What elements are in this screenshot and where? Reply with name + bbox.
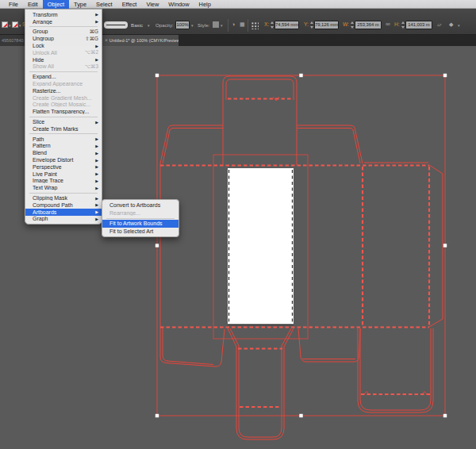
menu-item-rearrange: Rearrange... bbox=[102, 209, 178, 217]
menu-separator bbox=[106, 218, 175, 219]
menubar-item-type[interactable]: Type bbox=[69, 0, 91, 9]
menubar-item-edit[interactable]: Edit bbox=[23, 0, 43, 9]
x-field[interactable]: 74,594 mm bbox=[274, 21, 299, 29]
align-panel-icon[interactable]: ▦ bbox=[240, 21, 245, 28]
menu-item-lock[interactable]: Lock▶ bbox=[25, 42, 102, 49]
h-stepper[interactable] bbox=[401, 21, 405, 29]
stroke-line-preview bbox=[106, 25, 125, 26]
artboard-white-area[interactable] bbox=[228, 168, 294, 325]
stroke-color-swatch[interactable] bbox=[12, 21, 18, 28]
menu-item-expand-appearance: Expand Appearance bbox=[25, 80, 102, 87]
fill-caret-icon[interactable]: ▾ bbox=[9, 23, 11, 28]
menu-item-ungroup[interactable]: Ungroup⇧⌘G bbox=[25, 35, 102, 42]
dieline-fold-lines bbox=[160, 99, 430, 408]
submenu-arrow-icon: ▶ bbox=[95, 44, 98, 48]
illustrator-window: { "colors": { "accent_blue": "#2d6be0", … bbox=[0, 0, 476, 449]
w-stepper[interactable] bbox=[350, 21, 354, 29]
transform-options-caret-icon[interactable]: ▾ bbox=[458, 23, 460, 28]
menu-item-create-trim-marks[interactable]: Create Trim Marks bbox=[25, 125, 102, 132]
menu-separator bbox=[29, 117, 98, 117]
menu-item-show-all: Show All⌥⌘3 bbox=[25, 63, 102, 71]
none-stroke-icon bbox=[12, 21, 18, 28]
stroke-caret-icon[interactable]: ▾ bbox=[19, 23, 21, 28]
submenu-arrow-icon: ▶ bbox=[95, 136, 98, 141]
tab-label: Untitled-1* @ 100% (CMYK/Preview) bbox=[109, 38, 178, 43]
submenu-arrow-icon: ▶ bbox=[95, 217, 98, 221]
menu-item-compound-path[interactable]: Compound Path▶ bbox=[25, 201, 102, 209]
menu-separator bbox=[29, 26, 98, 27]
document-tab-active[interactable]: ×Untitled-1* @ 100% (CMYK/Preview) bbox=[102, 35, 178, 46]
object-menu: Transform▶ Arrange▶ Group⌘G Ungroup⇧⌘G L… bbox=[25, 9, 102, 224]
style-label: Style: bbox=[198, 22, 209, 28]
submenu-arrow-icon: ▶ bbox=[95, 19, 98, 24]
submenu-arrow-icon: ▶ bbox=[95, 144, 98, 148]
constrain-proportions-icon[interactable]: ∞ bbox=[386, 21, 390, 28]
menu-item-group[interactable]: Group⌘G bbox=[25, 29, 102, 36]
stroke-profile-name[interactable]: Basic bbox=[131, 22, 143, 28]
x-label: X: bbox=[264, 21, 269, 27]
menu-item-transform[interactable]: Transform▶ bbox=[25, 11, 102, 18]
menu-item-hide[interactable]: Hide▶ bbox=[25, 56, 102, 63]
menubar-item-view[interactable]: View bbox=[141, 0, 163, 9]
stroke-profile-caret-icon[interactable]: ▾ bbox=[148, 23, 150, 28]
divider bbox=[248, 19, 248, 32]
h-label: H: bbox=[394, 21, 400, 27]
submenu-arrow-icon: ▶ bbox=[95, 178, 98, 183]
x-stepper[interactable] bbox=[270, 21, 274, 29]
menubar-item-window[interactable]: Window bbox=[163, 0, 194, 9]
opacity-field[interactable]: 100% bbox=[175, 21, 190, 29]
menubar-item-object[interactable]: Object bbox=[43, 0, 69, 9]
menu-item-flatten-transparency[interactable]: Flatten Transparency... bbox=[25, 108, 102, 115]
menu-separator bbox=[29, 193, 98, 194]
submenu-arrow-icon: ▶ bbox=[95, 186, 98, 190]
reference-point-locator[interactable] bbox=[251, 21, 259, 29]
menu-item-fit-to-selected-art[interactable]: Fit to Selected Art bbox=[102, 228, 178, 236]
style-swatch[interactable] bbox=[213, 21, 219, 28]
menu-item-rasterize[interactable]: Rasterize... bbox=[25, 87, 102, 94]
dieline-cut-lines bbox=[160, 76, 443, 439]
recolor-artwork-icon[interactable]: ◑ bbox=[232, 21, 235, 27]
menubar-item-select[interactable]: Select bbox=[91, 0, 117, 9]
menu-item-expand[interactable]: Expand... bbox=[25, 73, 102, 80]
transform-options-icon[interactable]: ◆ bbox=[449, 21, 453, 28]
y-label: Y: bbox=[304, 21, 309, 27]
menu-separator bbox=[29, 133, 98, 134]
menu-item-path[interactable]: Path▶ bbox=[25, 136, 102, 143]
fill-color-swatch[interactable] bbox=[2, 21, 8, 28]
menu-item-clipping-mask[interactable]: Clipping Mask▶ bbox=[25, 194, 102, 201]
menu-item-image-trace[interactable]: Image Trace▶ bbox=[25, 178, 102, 185]
y-field[interactable]: 79,126 mm bbox=[314, 21, 339, 29]
submenu-arrow-icon: ▶ bbox=[95, 171, 98, 176]
menu-item-convert-to-artboards[interactable]: Convert to Artboards bbox=[102, 201, 178, 209]
h-field[interactable]: 141,003 m bbox=[405, 21, 432, 29]
menubar-item-effect[interactable]: Effect bbox=[117, 0, 142, 9]
submenu-arrow-icon: ▶ bbox=[95, 164, 98, 169]
artboards-submenu: Convert to Artboards Rearrange... Fit to… bbox=[102, 199, 179, 237]
menu-item-arrange[interactable]: Arrange▶ bbox=[25, 18, 102, 25]
shear-icon[interactable]: ▱ bbox=[437, 21, 441, 28]
menu-item-graph[interactable]: Graph▶ bbox=[25, 216, 102, 223]
w-field[interactable]: 253,364 m bbox=[355, 21, 382, 29]
style-caret-icon[interactable]: ▾ bbox=[221, 23, 223, 28]
menu-item-fit-to-artwork-bounds[interactable]: Fit to Artwork Bounds bbox=[102, 220, 178, 228]
submenu-arrow-icon: ▶ bbox=[95, 57, 98, 62]
menu-bar: File Edit Object Type Select Effect View… bbox=[0, 0, 476, 9]
stroke-profile-preview[interactable] bbox=[104, 21, 128, 29]
menu-item-blend[interactable]: Blend▶ bbox=[25, 149, 102, 156]
w-label: W: bbox=[343, 21, 349, 27]
menu-item-envelope-distort[interactable]: Envelope Distort▶ bbox=[25, 156, 102, 163]
submenu-arrow-icon: ▶ bbox=[95, 12, 98, 17]
menu-item-perspective[interactable]: Perspective▶ bbox=[25, 163, 102, 171]
menu-item-artboards[interactable]: Artboards▶ bbox=[25, 209, 102, 216]
submenu-arrow-icon: ▶ bbox=[95, 209, 98, 214]
menu-item-live-paint[interactable]: Live Paint▶ bbox=[25, 171, 102, 178]
opacity-caret-icon[interactable]: ▾ bbox=[191, 23, 194, 28]
menubar-item-help[interactable]: Help bbox=[194, 0, 216, 9]
y-stepper[interactable] bbox=[309, 21, 313, 29]
menu-item-slice[interactable]: Slice▶ bbox=[25, 118, 102, 125]
menubar-item-file[interactable]: File bbox=[4, 0, 23, 9]
opacity-label: Opacity: bbox=[155, 22, 174, 28]
menu-item-text-wrap[interactable]: Text Wrap▶ bbox=[25, 184, 102, 191]
menu-item-pattern[interactable]: Pattern▶ bbox=[25, 143, 102, 150]
menu-separator bbox=[29, 71, 98, 72]
